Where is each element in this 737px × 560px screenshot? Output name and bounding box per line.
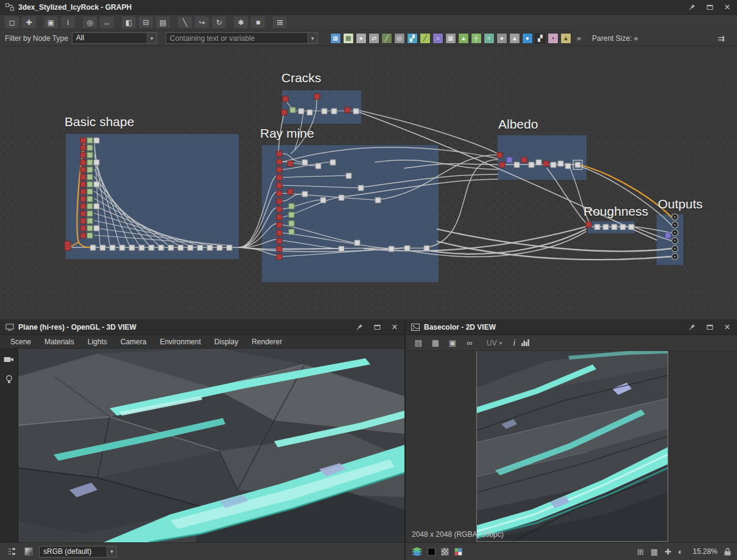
- link-view-button[interactable]: ∞: [462, 337, 477, 349]
- graph-node[interactable]: [316, 163, 321, 169]
- color-profile-icon[interactable]: ◐: [678, 547, 683, 556]
- chevron-down-icon[interactable]: ▾: [107, 547, 116, 557]
- graph-node[interactable]: [603, 224, 608, 230]
- graph-node[interactable]: [80, 160, 86, 165]
- graph-node[interactable]: [87, 182, 93, 187]
- gradient-map-node-button[interactable]: ▞: [407, 33, 418, 44]
- light-icon[interactable]: [2, 373, 16, 385]
- group-label-roughness[interactable]: Roughness: [584, 204, 648, 219]
- 2d-viewport[interactable]: 2048 x 2048 (RGBA, 16bpc): [406, 351, 737, 542]
- group-label-basic-shape[interactable]: Basic shape: [65, 115, 134, 129]
- close-icon[interactable]: ×: [723, 323, 732, 331]
- graph-node[interactable]: [529, 162, 534, 168]
- graph-node[interactable]: [110, 245, 115, 250]
- graph-node[interactable]: [80, 189, 86, 194]
- curve-node-button[interactable]: ▲: [458, 33, 469, 44]
- graph-node[interactable]: [80, 152, 86, 158]
- graph-node[interactable]: [87, 225, 93, 231]
- tiling-icon[interactable]: ▦: [651, 547, 658, 556]
- resize-button[interactable]: ↔: [99, 16, 115, 29]
- graph-node[interactable]: [80, 138, 86, 143]
- blend-node-button[interactable]: ●: [356, 33, 367, 44]
- text-node-button[interactable]: ▪: [548, 33, 559, 44]
- graph-node[interactable]: [80, 145, 86, 151]
- graph-node[interactable]: [80, 233, 86, 238]
- screenshot-button[interactable]: ▣: [43, 16, 58, 29]
- graph-canvas[interactable]: Basic shape Cracks Ray mine Albedo Rough…: [0, 46, 737, 319]
- menu-environment[interactable]: Environment: [153, 338, 207, 346]
- graph-node[interactable]: [139, 245, 144, 250]
- background-black-swatch[interactable]: [428, 548, 436, 556]
- group-label-outputs[interactable]: Outputs: [658, 197, 703, 211]
- camera-icon[interactable]: [2, 353, 16, 366]
- export-image-button[interactable]: ▤: [411, 337, 426, 349]
- pin-icon[interactable]: [688, 3, 696, 12]
- graph-node[interactable]: [80, 204, 86, 209]
- graph-node[interactable]: [87, 152, 93, 158]
- graph-node[interactable]: [354, 240, 360, 246]
- frame-selection-button[interactable]: ■: [250, 16, 266, 29]
- graph-node[interactable]: [80, 196, 86, 202]
- grid-snap-button[interactable]: ⊞: [272, 16, 287, 29]
- chevron-down-icon[interactable]: ▾: [308, 33, 317, 43]
- graph-node[interactable]: [277, 183, 282, 188]
- parent-size-label[interactable]: Parent Size: »: [592, 34, 638, 43]
- menu-scene[interactable]: Scene: [4, 338, 38, 346]
- graph-node[interactable]: [80, 211, 86, 216]
- close-icon[interactable]: ×: [390, 323, 399, 331]
- link-mode-button[interactable]: ◧: [121, 16, 136, 29]
- graph-node[interactable]: [188, 245, 193, 250]
- graph-node[interactable]: [87, 211, 93, 216]
- graph-node[interactable]: [94, 138, 99, 143]
- height-node-button[interactable]: ▲: [509, 33, 520, 44]
- float-window-icon[interactable]: [373, 323, 381, 331]
- graph-node[interactable]: [87, 167, 93, 172]
- graph-node[interactable]: [87, 218, 93, 224]
- graph-node[interactable]: [80, 225, 86, 231]
- menu-materials[interactable]: Materials: [38, 338, 81, 346]
- straight-links-button[interactable]: ╲: [177, 16, 192, 29]
- graph-node[interactable]: [87, 160, 93, 165]
- graph-node[interactable]: [289, 221, 294, 226]
- graph-node[interactable]: [358, 185, 364, 191]
- graph-node[interactable]: [404, 246, 410, 251]
- 3d-viewport[interactable]: [18, 349, 404, 542]
- graph-node[interactable]: [277, 207, 282, 212]
- graph-node[interactable]: [314, 94, 320, 99]
- graph-node[interactable]: [620, 224, 626, 230]
- emboss-node-button[interactable]: ≈: [484, 33, 495, 44]
- palette-more-button[interactable]: »: [577, 34, 581, 43]
- graph-node[interactable]: [302, 191, 308, 197]
- graph-node[interactable]: [277, 246, 282, 252]
- graph-node[interactable]: [507, 157, 512, 163]
- pin-icon[interactable]: [688, 323, 696, 331]
- group-label-albedo[interactable]: Albedo: [498, 117, 538, 132]
- uniform-color-node-button[interactable]: ●: [522, 33, 533, 44]
- graph-node[interactable]: [178, 245, 183, 250]
- display-options-button[interactable]: ▤: [155, 16, 171, 29]
- graph-node[interactable]: [277, 254, 282, 260]
- graph-node[interactable]: [665, 233, 671, 238]
- graph-node[interactable]: [594, 224, 600, 230]
- graph-node[interactable]: [320, 197, 326, 203]
- colorspace-dropdown[interactable]: sRGB (default) ▾: [39, 546, 117, 558]
- background-color-swatch[interactable]: [454, 548, 462, 556]
- float-window-icon[interactable]: [705, 3, 714, 12]
- graph-node[interactable]: [119, 245, 125, 250]
- basecolor-texture[interactable]: [477, 351, 668, 541]
- graph-node[interactable]: [558, 161, 563, 166]
- menu-camera[interactable]: Camera: [114, 338, 153, 346]
- rotate-view-button[interactable]: ↻: [211, 16, 227, 29]
- graph-node[interactable]: [289, 212, 294, 218]
- graph-node[interactable]: [277, 214, 282, 220]
- pin-icon[interactable]: [355, 323, 364, 331]
- graph-node[interactable]: [87, 138, 93, 143]
- layers-icon[interactable]: [412, 547, 422, 556]
- graph-node[interactable]: [80, 182, 86, 187]
- search-input[interactable]: [166, 33, 308, 43]
- graph-node[interactable]: [302, 160, 308, 165]
- select-tool-button[interactable]: ◻: [4, 16, 19, 29]
- graph-node[interactable]: [322, 108, 327, 114]
- graph-node[interactable]: [227, 245, 232, 250]
- graph-node[interactable]: [80, 174, 86, 180]
